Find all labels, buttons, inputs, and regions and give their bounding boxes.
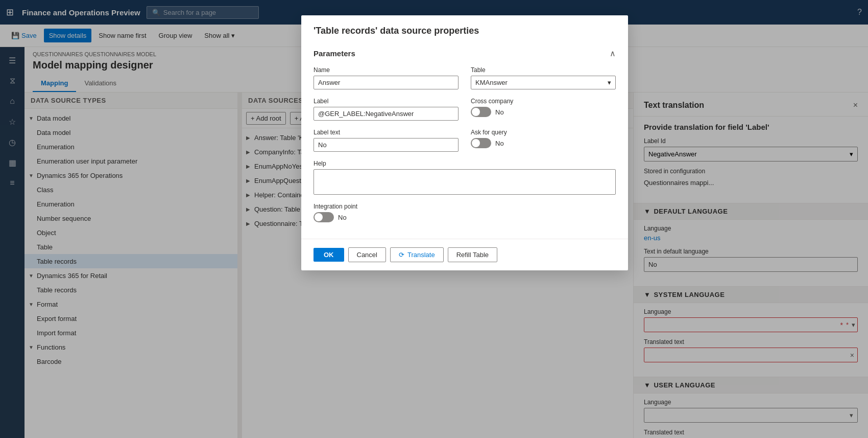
cancel-button[interactable]: Cancel <box>348 247 386 262</box>
help-label: Help <box>314 160 616 167</box>
label-text-field-container: Label text <box>314 129 459 152</box>
ask-for-query-field-container: Ask for query No <box>471 129 616 152</box>
modal-overlay: 'Table records' data source properties P… <box>25 93 868 438</box>
ask-for-query-label: Ask for query <box>471 129 616 136</box>
ask-for-query-toggle[interactable] <box>471 138 491 148</box>
integration-point-field-container: Integration point No <box>314 203 459 222</box>
translate-label: Translate <box>407 251 435 259</box>
integration-point-toggle[interactable] <box>314 212 334 222</box>
label-text-label: Label text <box>314 129 459 136</box>
ok-button[interactable]: OK <box>314 248 344 262</box>
cross-company-value: No <box>495 108 504 116</box>
cross-company-field-container: Cross company No <box>471 98 616 121</box>
cross-company-toggle[interactable] <box>471 107 491 117</box>
cross-company-label: Cross company <box>471 98 616 105</box>
modal-dialog: 'Table records' data source properties P… <box>301 93 628 270</box>
refill-table-button[interactable]: Refill Table <box>448 247 497 262</box>
help-textarea[interactable] <box>314 169 616 195</box>
label-field-container: Label <box>314 98 459 121</box>
help-field-container: Help <box>314 160 616 195</box>
integration-point-label: Integration point <box>314 203 459 210</box>
label-input[interactable] <box>314 107 459 121</box>
translate-icon: ⟳ <box>399 251 404 259</box>
translate-button[interactable]: ⟳ Translate <box>390 247 444 262</box>
label-text-input[interactable] <box>314 138 459 152</box>
integration-point-value: No <box>338 214 347 221</box>
ask-for-query-value: No <box>495 140 504 147</box>
label-label: Label <box>314 98 459 105</box>
